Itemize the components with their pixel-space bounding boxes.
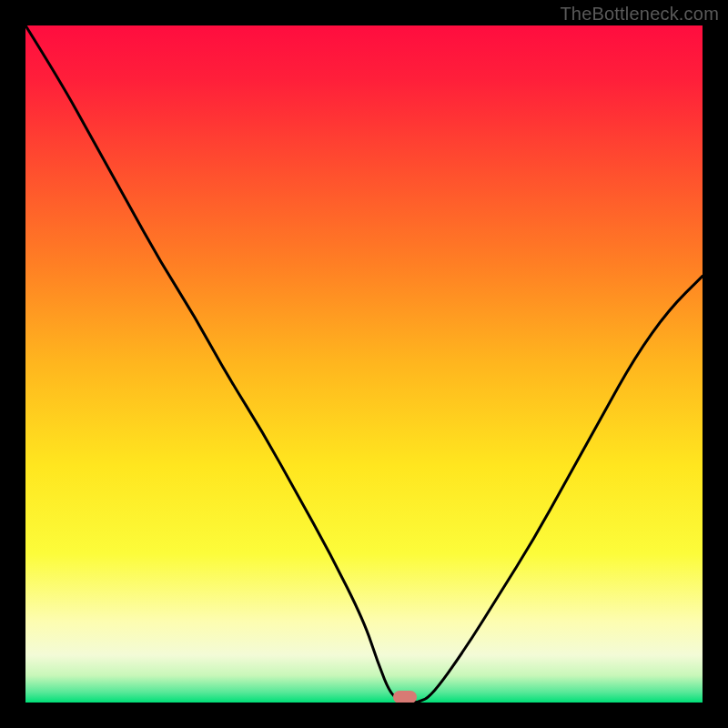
- optimal-point-marker: [393, 691, 417, 703]
- watermark-text: TheBottleneck.com: [560, 4, 719, 25]
- plot-area: [25, 25, 703, 703]
- chart-frame: TheBottleneck.com: [0, 0, 728, 728]
- bottleneck-curve: [25, 25, 703, 703]
